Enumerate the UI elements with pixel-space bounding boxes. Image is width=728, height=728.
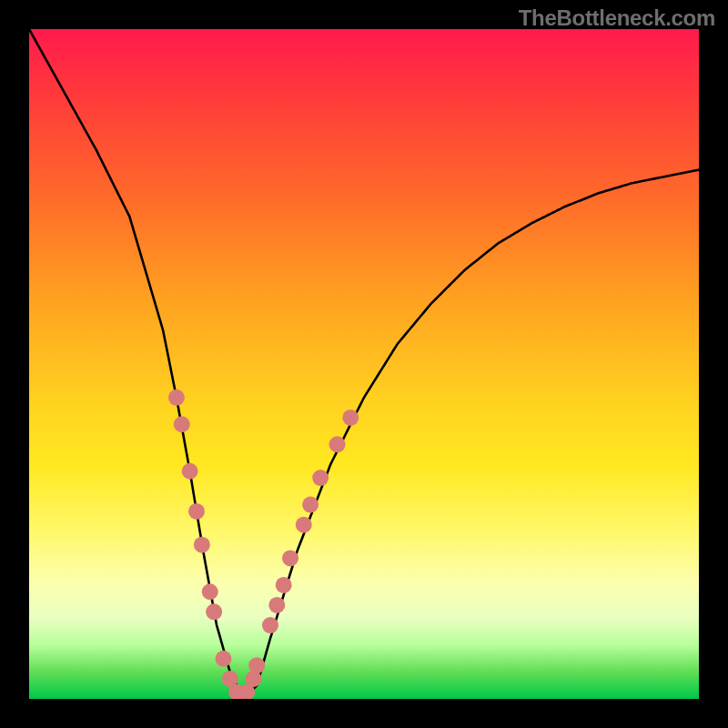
marker-dot [329,436,346,452]
marker-dot [262,617,278,633]
marker-dot [302,497,318,513]
chart-frame: TheBottleneck.com [0,0,728,728]
curve-path [29,29,699,699]
marker-dot [282,550,298,566]
marker-dot [296,517,312,533]
curve-line [29,29,699,699]
marker-dot [215,651,231,667]
marker-dot [194,537,210,553]
marker-dot [182,463,198,480]
marker-dot [188,503,205,520]
marker-dot [202,583,218,600]
marker-dot [206,603,222,620]
marker-dot [248,657,265,673]
marker-dot [312,470,329,486]
marker-dot [342,410,359,426]
marker-dots [168,389,359,699]
watermark-label: TheBottleneck.com [519,5,715,31]
marker-dot [174,416,190,432]
chart-svg [29,29,699,699]
marker-dot [268,597,285,613]
marker-dot [168,389,185,406]
plot-area [29,29,699,699]
marker-dot [276,577,292,593]
